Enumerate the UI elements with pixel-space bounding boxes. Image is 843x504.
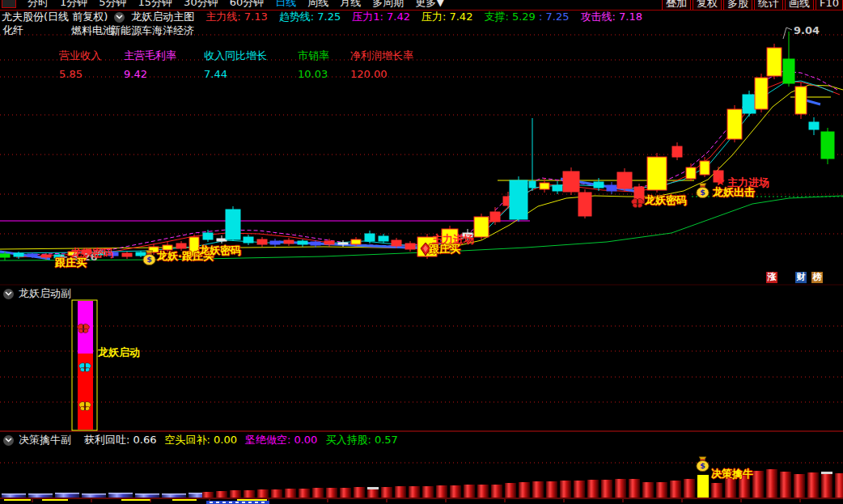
indicator-value-趋势线: 趋势线: 7.25 (279, 10, 341, 24)
timeframe-月线[interactable]: 月线 (340, 0, 361, 10)
financial-metric-净利润增长率: 净利润增长率120.00 (350, 49, 413, 80)
title-bar: 尤夫股份(日线 前复权) 龙妖启动主图 主力线: 7.13趋势线: 7.25压力… (0, 11, 843, 23)
date-strip[interactable] (206, 501, 269, 504)
toolbar-button-统计[interactable]: 统计 (754, 0, 783, 11)
timeframe-60分钟[interactable]: 60分钟 (230, 0, 265, 10)
date-strip-text (235, 502, 239, 503)
yellow-mark (42, 499, 68, 501)
panel2-header: 龙妖启动副 (3, 286, 71, 301)
yellow-mark (237, 499, 267, 501)
sector-bar: 化纤燃料电池新能源车海洋经济 (0, 23, 843, 36)
yellow-mark (172, 499, 197, 501)
timeframe-周线[interactable]: 周线 (307, 0, 328, 10)
indicator-value-攻击线: 攻击线: 7.18 (580, 10, 642, 24)
sector-tag-新能源车[interactable]: 新能源车 (110, 23, 152, 38)
trading-app-window: 分时1分钟5分钟15分钟30分钟60分钟日线周线月线多周期更多▼ 叠加复权多股统… (0, 0, 843, 504)
timeframe-分时[interactable]: 分时 (28, 0, 49, 10)
quick-link-财[interactable]: 财 (795, 272, 807, 283)
quick-link-榜[interactable]: 榜 (811, 272, 823, 283)
metric-value: 7.44 (204, 68, 267, 80)
date-strip-text (261, 502, 265, 503)
panel2-title: 龙妖启动副 (19, 286, 71, 301)
metric-value: 120.00 (350, 68, 413, 80)
chart-annotation: 跟庄买 (55, 257, 87, 268)
indicator-value-压力: 压力: 7.42 (422, 10, 472, 24)
metric-value: 10.03 (298, 68, 329, 80)
stock-title: 尤夫股份(日线 前复权) (2, 10, 108, 24)
money-bag-icon: $ (696, 456, 710, 473)
indicator-value2: : 7.25 (536, 11, 570, 23)
chart-annotation: 跟庄买 (429, 244, 460, 254)
timeframe-多周期[interactable]: 多周期 (372, 0, 404, 10)
indicator-value-压力1: 压力1: 7.42 (352, 10, 410, 24)
money-bag-icon: $ (142, 250, 156, 267)
date-strip-text (242, 502, 245, 503)
chart-annotation: 龙妖密码 (645, 195, 687, 205)
sector-tag-海洋经济[interactable]: 海洋经济 (152, 23, 194, 38)
chart-annotation: 龙妖密码 (199, 245, 241, 256)
indicator-value-支撑: 支撑: 5.29 : 7.25 (484, 10, 569, 24)
timeframe-更多▼[interactable]: 更多▼ (415, 0, 444, 10)
metric-label: 营业收入 (59, 49, 101, 61)
chevron-down-icon[interactable] (3, 435, 14, 446)
metric-value: 9.42 (124, 68, 176, 80)
yellow-mark (4, 499, 31, 501)
indicator-name: 龙妖启动主图 (131, 10, 194, 24)
yellow-mark (121, 499, 150, 501)
sector-tag-化纤[interactable]: 化纤 (2, 23, 23, 38)
metric-label: 主营毛利率 (124, 49, 176, 61)
svg-text:$: $ (146, 255, 152, 264)
svg-text:$: $ (700, 188, 705, 197)
financial-metric-收入同比增长: 收入同比增长7.44 (204, 49, 267, 80)
indicator-value-主力线: 主力线: 7.13 (205, 10, 267, 24)
svg-text:$: $ (700, 461, 705, 470)
butterfly-icon (630, 197, 645, 210)
chart-annotation: 主力进场 (727, 177, 769, 188)
butterfly-icon (631, 197, 645, 208)
toolbar-button-多股[interactable]: 多股 (723, 0, 752, 11)
metric-label: 收入同比增长 (204, 49, 267, 61)
timeframe-日线[interactable]: 日线 (275, 0, 296, 10)
star-icon: ★ (715, 176, 726, 187)
date-strip-text (210, 502, 213, 503)
date-strip-text (222, 502, 226, 503)
metric-label: 净利润增长率 (350, 49, 413, 61)
panel3-header: 决策擒牛副 获利回吐: 0.66空头回补: 0.00坚绝做空: 0.00买入持股… (3, 433, 398, 447)
app-grid-icon[interactable] (2, 0, 16, 8)
metric-value: 5.85 (59, 68, 101, 80)
panel3-stat-空头回补: 空头回补: 0.00 (164, 433, 236, 447)
chevron-down-icon[interactable] (3, 289, 14, 299)
toolbar-button-F10[interactable]: F10 (815, 0, 843, 11)
timeframe-1分钟[interactable]: 1分钟 (60, 0, 87, 10)
date-strip-text (248, 502, 252, 503)
panel2-signal-label: 龙妖启动 (98, 345, 140, 360)
chart-annotation: 9.04 (794, 25, 820, 36)
panel3-stat-买入持股: 买入持股: 0.57 (325, 433, 397, 447)
timeframe-5分钟[interactable]: 5分钟 (99, 0, 126, 10)
money-bag-icon: $ (696, 183, 710, 200)
toolbar-button-叠加[interactable]: 叠加 (662, 0, 691, 11)
toolbar-button-复权[interactable]: 复权 (693, 0, 722, 11)
panel3-stat-获利回吐: 获利回吐: 0.66 (84, 433, 156, 447)
panel3-title: 决策擒牛副 (19, 433, 71, 447)
financial-metric-营业收入: 营业收入5.85 (59, 49, 101, 80)
panel3-stat-坚绝做空: 坚绝做空: 0.00 (245, 433, 317, 447)
timeframe-30分钟[interactable]: 30分钟 (184, 0, 218, 10)
date-strip-text (255, 502, 258, 503)
quick-link-涨[interactable]: 涨 (766, 272, 777, 283)
date-strip-text (229, 502, 232, 503)
financial-metric-市销率: 市销率10.03 (298, 49, 329, 80)
timeframe-15分钟[interactable]: 15分钟 (138, 0, 173, 10)
toolbar-button-画线[interactable]: 画线 (785, 0, 814, 11)
panel2-chart-area[interactable] (0, 300, 843, 430)
chart-annotation: 决策擒牛 (711, 468, 753, 479)
chevron-down-icon[interactable] (114, 12, 125, 23)
date-strip-text (216, 502, 219, 503)
metric-label: 市销率 (298, 49, 329, 61)
financial-metric-主营毛利率: 主营毛利率9.42 (124, 49, 176, 80)
sector-tag-燃料电池[interactable]: 燃料电池 (71, 23, 113, 38)
